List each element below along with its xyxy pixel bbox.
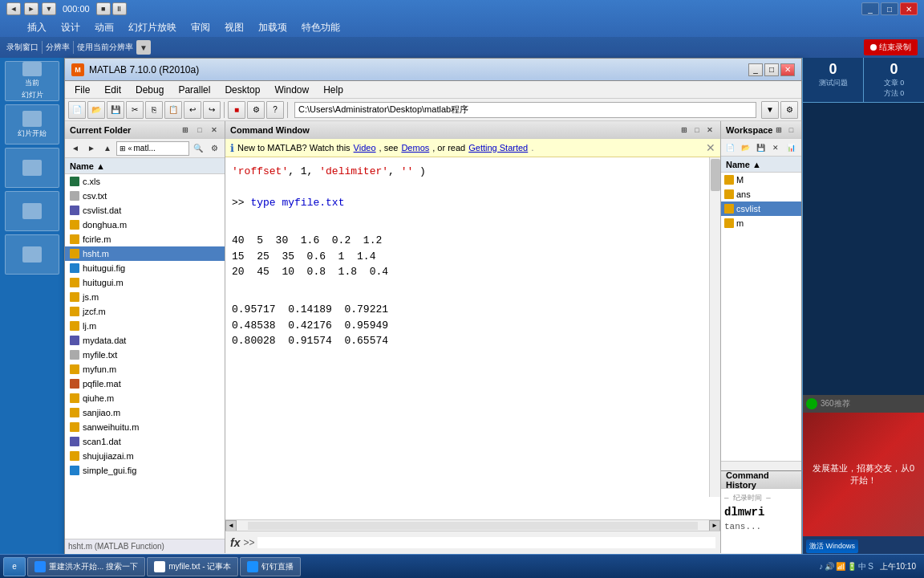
file-item-lj[interactable]: lj.m	[65, 319, 225, 333]
folder-close-btn[interactable]: ✕	[209, 124, 220, 136]
sidebar-item-3[interactable]	[5, 148, 59, 188]
cmd-history-item-cmd1[interactable]: dlmwri	[724, 505, 798, 521]
file-item-fcirle[interactable]: fcirle.m	[65, 232, 225, 246]
cmd-demos-link[interactable]: Demos	[401, 143, 429, 153]
taskbar-app-browser[interactable]: 重建洪水开始... 搜索一下	[27, 557, 145, 576]
tb-new[interactable]: 📄	[68, 101, 86, 119]
ppt-menu-review[interactable]: 审阅	[184, 19, 217, 36]
sidebar-item-5[interactable]	[5, 234, 59, 275]
cmd-started-link[interactable]: Getting Started	[468, 143, 528, 153]
menu-desktop[interactable]: Desktop	[218, 83, 266, 97]
menu-window[interactable]: Window	[268, 83, 315, 97]
matlab-minimize[interactable]: _	[748, 63, 763, 76]
file-item-sanwei[interactable]: sanweihuitu.m	[65, 420, 225, 434]
folder-path-display[interactable]: ⊞ « matl...	[116, 141, 189, 156]
ppt-menu-slideshow[interactable]: 幻灯片放映	[122, 19, 183, 36]
cmd-video-link[interactable]: Video	[354, 143, 376, 153]
ws-col-name[interactable]: Name ▲	[726, 160, 761, 169]
ws-undock-btn[interactable]: ⊞	[773, 124, 784, 136]
menu-help[interactable]: Help	[317, 83, 350, 97]
ppt-menu-animation[interactable]: 动画	[88, 19, 120, 36]
file-item-pqfile[interactable]: pqfile.mat	[65, 377, 225, 391]
tb-paste[interactable]: 📋	[164, 101, 182, 119]
ppt-menu-design[interactable]: 设计	[55, 19, 87, 36]
matlab-close[interactable]: ✕	[780, 63, 795, 76]
cmd-maximize-btn[interactable]: □	[691, 124, 703, 136]
ad-image[interactable]: 发展基业，招募交友，从0开始！	[803, 413, 924, 536]
ws-item-ans[interactable]: ans	[721, 187, 801, 201]
file-item-sanjiao[interactable]: sanjiao.m	[65, 405, 225, 420]
tb-path-settings[interactable]: ⚙	[780, 101, 798, 119]
folder-actions-btn[interactable]: ⚙	[207, 141, 221, 156]
ppt-ctrl1[interactable]: ■	[96, 2, 111, 15]
cmd-undock-btn[interactable]: ⊞	[679, 124, 690, 136]
taskbar-start-btn[interactable]: e	[3, 557, 26, 576]
ws-save-btn[interactable]: 💾	[753, 140, 768, 155]
win10-badge[interactable]: 激活 Windows	[806, 539, 858, 553]
taskbar-sys-sougou[interactable]: S	[868, 562, 873, 571]
file-item-donghua[interactable]: donghua.m	[65, 218, 225, 232]
sidebar-start-slide[interactable]: 幻片开始	[5, 104, 59, 144]
sidebar-current-slide[interactable]: 当前 幻灯片	[5, 61, 59, 101]
menu-parallel[interactable]: Parallel	[172, 83, 217, 97]
ws-item-m[interactable]: m	[721, 216, 801, 230]
ws-open-btn[interactable]: 📂	[738, 140, 752, 155]
ppt-menu-btn[interactable]: ▼	[42, 2, 56, 15]
file-item-js[interactable]: js.m	[65, 290, 225, 304]
file-item-simplegui[interactable]: simple_gui.fig	[65, 463, 225, 478]
taskbar-sys-ime[interactable]: 中	[858, 561, 866, 572]
ws-delete-btn[interactable]: ✕	[768, 140, 783, 155]
cmd-content-area[interactable]: 'roffset', 1, 'delimiter', '' ) >> type …	[225, 157, 720, 519]
file-item-cxls[interactable]: c.xls	[65, 174, 225, 189]
tb-save[interactable]: 💾	[107, 101, 124, 119]
cmd-info-close-btn[interactable]: ✕	[706, 141, 715, 154]
ppt-ctrl2[interactable]: ⏸	[112, 2, 127, 15]
cmd-history-item-dlmwri[interactable]: — 纪录时间 —	[724, 490, 798, 505]
file-item-mydata[interactable]: mydata.dat	[65, 333, 225, 348]
folder-maximize-btn[interactable]: □	[194, 124, 205, 136]
tb-open[interactable]: 📂	[87, 101, 105, 119]
tb-help[interactable]: ?	[266, 101, 284, 119]
tb-path-go[interactable]: ▼	[761, 101, 779, 119]
cmd-close-btn-panel[interactable]: ✕	[704, 124, 715, 136]
sidebar-item-4[interactable]	[5, 191, 59, 231]
cmd-bottom-scrollbar[interactable]: ◄ ►	[225, 519, 720, 531]
file-item-huitugui-fig[interactable]: huitugui.fig	[65, 261, 225, 275]
ppt-close[interactable]: ✕	[900, 2, 918, 15]
ws-plot-btn[interactable]: 📊	[784, 140, 798, 155]
ppt-use-current-btn[interactable]: ▼	[136, 40, 151, 55]
ppt-forward-btn[interactable]: ►	[24, 2, 38, 15]
folder-forward-btn[interactable]: ►	[84, 141, 99, 156]
ppt-menu-features[interactable]: 特色功能	[295, 19, 346, 36]
tb-redo[interactable]: ↪	[203, 101, 221, 119]
ws-item-csvlist[interactable]: csvlist	[721, 201, 801, 216]
taskbar-app-dingding[interactable]: 钉钉直播	[240, 557, 301, 576]
ppt-minimize[interactable]: _	[861, 2, 879, 15]
ppt-menu-addins[interactable]: 加载项	[252, 19, 294, 36]
cmd-input[interactable]	[257, 537, 715, 548]
ppt-back-btn[interactable]: ◄	[6, 2, 21, 15]
file-item-hsht[interactable]: hsht.m	[65, 246, 225, 261]
ppt-end-record-btn[interactable]: 结束录制	[864, 39, 918, 55]
menu-edit[interactable]: Edit	[98, 83, 128, 97]
ws-item-M[interactable]: M	[721, 173, 801, 187]
tb-copy[interactable]: ⎘	[145, 101, 163, 119]
ppt-menu-view[interactable]: 视图	[218, 19, 250, 36]
matlab-maximize[interactable]: □	[764, 63, 779, 76]
tb-cut[interactable]: ✂	[126, 101, 144, 119]
file-item-scan1[interactable]: scan1.dat	[65, 434, 225, 449]
ws-new-btn[interactable]: 📄	[723, 140, 737, 155]
folder-col-name[interactable]: Name ▲	[70, 161, 105, 171]
cmd-history-item-cmd2[interactable]: tans...	[724, 521, 798, 533]
cmd-scrollbar-thumb[interactable]	[711, 159, 720, 191]
taskbar-sys-music[interactable]: ♪	[819, 562, 823, 571]
ws-scrollbar[interactable]	[721, 461, 801, 470]
file-item-shuju[interactable]: shujujiazai.m	[65, 449, 225, 463]
ws-maximize-btn[interactable]: □	[786, 124, 797, 136]
file-item-csvtxt[interactable]: csv.txt	[65, 189, 225, 203]
taskbar-sys-network[interactable]: 📶	[836, 562, 845, 571]
menu-file[interactable]: File	[68, 83, 96, 97]
menu-debug[interactable]: Debug	[129, 83, 170, 97]
tb-undo[interactable]: ↩	[184, 101, 201, 119]
taskbar-sys-battery[interactable]: 🔋	[847, 562, 857, 571]
